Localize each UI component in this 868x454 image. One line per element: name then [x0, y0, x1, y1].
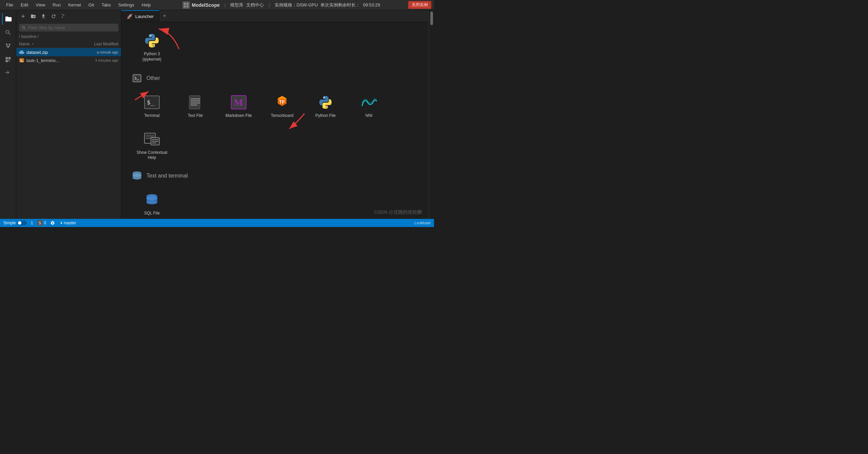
nni-label: NNI	[366, 113, 373, 119]
launcher-sql-file[interactable]: SQL File	[132, 185, 172, 219]
scrollbar-thumb[interactable]	[430, 12, 433, 25]
file-terminal-icon	[19, 58, 24, 63]
contextual-help-label: Show Contextual Help	[135, 150, 169, 161]
text-terminal-title: Text and terminal	[146, 173, 188, 179]
terminal-label: Terminal	[144, 113, 159, 119]
timer-label: 单次实例剩余时长：	[320, 2, 360, 8]
activity-extensions[interactable]	[2, 54, 14, 66]
activity-search[interactable]	[2, 26, 14, 39]
file-zip-icon	[19, 49, 24, 55]
tensorboard-label: Tensorboard	[271, 113, 294, 119]
launcher-tensorboard[interactable]: TF Tensorboard	[262, 88, 302, 125]
brand-name: ModelScope	[192, 2, 220, 8]
tab-bar: 🚀 Launcher +	[121, 10, 429, 22]
svg-point-7	[150, 35, 151, 36]
svg-point-37	[133, 173, 141, 177]
python3-kernel-icon	[144, 33, 160, 49]
new-file-button[interactable]	[19, 12, 27, 20]
file-item-terminal[interactable]: task-1_termino... 3 minutes ago	[16, 56, 121, 64]
launcher-python3-kernel[interactable]: Python 3(ipykernel)	[132, 29, 172, 66]
menu-view[interactable]: View	[32, 2, 48, 8]
search-input[interactable]	[28, 25, 116, 30]
svg-text:$_: $_	[147, 99, 154, 106]
upload-button[interactable]	[39, 12, 47, 20]
python-file-label: Python File	[315, 113, 336, 119]
status-settings[interactable]	[50, 221, 55, 225]
svg-rect-14	[189, 96, 200, 109]
file-modified-terminal: 3 minutes ago	[95, 58, 118, 62]
activity-files[interactable]	[2, 13, 14, 25]
file-item-dataset[interactable]: dataset.zip a minute ago	[16, 48, 121, 56]
svg-rect-2	[184, 5, 186, 7]
sql-file-icon	[144, 192, 160, 208]
column-modified[interactable]: Last Modified	[81, 42, 118, 46]
separator2: |	[269, 2, 270, 7]
file-name-dataset: dataset.zip	[26, 50, 95, 55]
status-s-col: S 0	[37, 220, 46, 226]
brand-logo: ModelScope	[182, 1, 220, 9]
menu-help[interactable]: Help	[138, 2, 154, 8]
status-branch[interactable]: master	[59, 221, 76, 225]
status-s-icon: S	[37, 220, 42, 226]
instance-info: 实例规格：DSW-GPU	[275, 2, 318, 8]
menu-kernel[interactable]: Kernel	[65, 2, 84, 8]
terminal-icon: $_	[144, 94, 160, 110]
refresh-button[interactable]	[50, 12, 58, 20]
markdown-file-label: Markdown File	[225, 113, 252, 119]
tab-launcher[interactable]: 🚀 Launcher	[121, 10, 159, 22]
menu-git[interactable]: Git	[85, 2, 98, 8]
file-list-header: Name Last Modified	[16, 40, 121, 48]
python3-kernel-label: Python 3(ipykernel)	[142, 51, 161, 62]
sidebar-toolbar	[16, 10, 121, 22]
svg-rect-0	[184, 3, 186, 5]
text-file-icon	[187, 94, 203, 110]
statusbar-left: Simple 1 S 0 master	[3, 220, 76, 226]
launcher-text-file[interactable]: Text File	[175, 88, 216, 125]
menu-tabs[interactable]: Tabs	[98, 2, 114, 8]
search-box[interactable]	[19, 24, 118, 32]
python-file-icon	[317, 94, 334, 110]
menu-settings[interactable]: Settings	[115, 2, 138, 8]
text-file-label: Text File	[188, 113, 203, 119]
svg-rect-9	[133, 75, 141, 82]
svg-text:TF: TF	[279, 99, 285, 105]
launcher-python-file[interactable]: Python File	[305, 88, 346, 125]
file-list: dataset.zip a minute ago task-1_termino.…	[16, 48, 121, 219]
menu-file[interactable]: File	[3, 2, 17, 8]
notebook-section: Python 3(ipykernel)	[132, 29, 418, 66]
svg-rect-1	[186, 3, 189, 5]
text-terminal-section-header: Text and terminal	[132, 170, 418, 181]
menu-link-models[interactable]: 模型库	[230, 2, 243, 8]
svg-rect-3	[186, 5, 189, 7]
new-tab-button[interactable]: +	[159, 11, 170, 21]
search-icon	[22, 25, 26, 30]
activity-git[interactable]	[2, 40, 14, 52]
other-grid: $_ Terminal	[132, 88, 418, 165]
launcher-contextual-help[interactable]: Show Contextual Help	[132, 128, 172, 165]
menu-edit[interactable]: Edit	[17, 2, 32, 8]
svg-point-8	[153, 45, 154, 46]
tab-launcher-icon: 🚀	[127, 14, 133, 19]
main-layout: / baseline / Name Last Modified dataset.…	[0, 10, 434, 219]
launcher-terminal[interactable]: $_ Terminal	[132, 88, 172, 125]
column-name[interactable]: Name	[19, 42, 81, 46]
activity-run[interactable]	[2, 67, 14, 79]
statusbar: Simple 1 S 0 master LxnModel	[0, 219, 434, 227]
new-folder-button[interactable]	[29, 12, 37, 20]
separator: |	[224, 2, 225, 7]
status-mode-label: Simple	[3, 221, 16, 225]
status-right-text: LxnModel	[414, 221, 431, 225]
menu-link-docs[interactable]: 文档中心	[246, 2, 264, 8]
svg-text:M: M	[234, 97, 243, 108]
menu-run[interactable]: Run	[49, 2, 64, 8]
status-mode[interactable]: Simple	[3, 221, 27, 225]
status-col-val: 0	[44, 221, 46, 225]
git-button[interactable]	[60, 12, 68, 20]
breadcrumb: / baseline /	[16, 33, 121, 40]
launcher-markdown-file[interactable]: M Markdown File	[218, 88, 259, 125]
launcher-nni[interactable]: NNI	[349, 88, 389, 125]
svg-point-41	[146, 196, 157, 200]
search-container	[16, 22, 121, 33]
close-instance-button[interactable]: 关闭实例	[408, 1, 431, 9]
mode-toggle[interactable]	[17, 221, 27, 225]
